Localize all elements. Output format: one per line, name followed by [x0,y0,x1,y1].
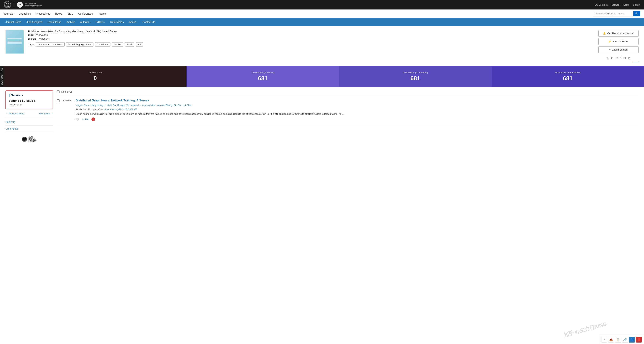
subjects-link[interactable]: Subjects [6,120,53,124]
nav-about-top[interactable]: About [623,3,630,6]
author-8[interactable]: Bin Cui [174,104,181,106]
cover-lines [8,38,22,45]
divider [633,62,638,62]
author-5[interactable]: Yawen Li [130,104,140,106]
nav-people[interactable]: People [98,12,106,15]
nav-uc-berkeley[interactable]: UC Berkeley [594,3,608,6]
acm-assoc-icon: ACM [17,2,23,8]
tag-containers[interactable]: Containers [95,42,110,46]
bell-icon: 🔔 [603,32,606,35]
stats-bar: BIBLIOMETRICS Citation count 0 Downloads… [0,66,644,87]
author-7[interactable]: Wentao Zhang [157,104,172,106]
social-reddit[interactable]: rd [616,56,618,60]
issue-navigation: ← Previous Issue Next Issue → [6,112,53,115]
author-4[interactable]: Hongbo Yin [117,104,129,106]
alerts-button[interactable]: 🔔 Get Alerts for this Journal [598,30,638,37]
nav-sigs[interactable]: SIGs [67,12,73,15]
cite-action[interactable]: ❝ 0 [76,118,79,121]
downloads-cum-label: Downloads (cumulative) [555,71,580,74]
article-title-link[interactable]: Distributed Graph Neural Network Trainin… [76,99,638,102]
nav-journals[interactable]: Journals [4,12,13,15]
authors-dropdown-arrow: ▾ [90,21,90,23]
export-citation-label: Export Citation [612,48,628,51]
tag-scheduling[interactable]: Scheduling algorithms [66,42,94,46]
author-2[interactable]: Hongzheng Li [91,104,105,106]
nav-browse[interactable]: Browse [612,3,619,6]
journal-nav-reviewers[interactable]: Reviewers ▾ [110,21,124,23]
journal-header-section: Publisher: Association for Computing Mac… [0,26,644,66]
social-facebook[interactable]: f [620,56,621,60]
social-rss[interactable]: ⊕ [628,56,630,60]
journal-nav-contact[interactable]: Contact Us [142,21,155,23]
sections-box: Sections Volume 56 , Issue 8 August 2024 [6,90,53,109]
author-6[interactable]: Xupeng Miao [142,104,156,106]
author-3[interactable]: Xizhi Gu [107,104,116,106]
acm-assoc-text: Association for Computing Machinery [24,2,42,7]
downloads-action[interactable]: ↗ 438 [82,118,88,121]
journal-nav-authors[interactable]: Authors ▾ [80,21,90,23]
downloads-6w-stat: Downloads (6 weeks) 681 [186,66,339,87]
tag-emg[interactable]: EMG [125,42,134,46]
author-9[interactable]: Lei Chen [183,104,192,106]
article-meta: Article No.: 191, pp 1–39 • https://doi.… [76,108,638,111]
article-doi-link[interactable]: https://doi.org/10.1145/3648358 [104,108,138,111]
tag-more[interactable]: + 2 [136,42,143,46]
journal-nav-archive[interactable]: Archive [66,21,75,23]
journal-nav-just-accepted[interactable]: Just Accepted [26,21,42,23]
acm-dl-logo[interactable]: ACM DIGITAL LIBRARY [4,1,11,8]
issn-row: ISSN: 0360-0300 [28,34,594,37]
tag-surveys[interactable]: Surveys and overviews [36,42,64,46]
nav-magazines[interactable]: Magazines [18,12,31,15]
article-checkbox[interactable] [56,99,60,102]
binder-button[interactable]: 📁 Save to Binder [598,38,638,45]
tags-container: Tags: Surveys and overviews Scheduling a… [28,42,594,46]
svg-text:ACM: ACM [24,138,25,139]
journal-nav-latest-issue[interactable]: Latest Issue [48,21,61,23]
citation-value: 0 [94,75,97,82]
select-all-label: Select All [61,90,72,93]
search-input[interactable] [593,11,634,16]
social-twitter[interactable]: 𝕏 [606,56,609,60]
search-box: 🔍 [593,11,640,16]
downloads-12m-value: 681 [410,75,420,82]
citation-count: 0 [78,118,79,121]
nav-proceedings[interactable]: Proceedings [36,12,50,15]
nav-sign-in[interactable]: Sign In [633,3,640,6]
citation-stat: Citation count 0 [4,66,186,87]
bibliometrics-label: BIBLIOMETRICS [0,66,4,87]
sections-title-bar [9,94,10,97]
comments-link[interactable]: Comments [6,127,53,131]
search-button[interactable]: 🔍 [634,11,640,16]
downloads-cum-value: 681 [563,75,573,82]
content-area: Sections Volume 56 , Issue 8 August 2024… [0,90,644,150]
social-email[interactable]: ✉ [623,56,626,60]
journal-nav-editors[interactable]: Editors ▾ [96,21,105,23]
downloads-cum-stat: Downloads (cumulative) 681 [492,66,644,87]
nav-conferences[interactable]: Conferences [78,12,93,15]
next-issue-link[interactable]: Next Issue → [39,112,53,115]
cite-icon: ❝ [76,118,77,121]
eissn-row: EISSN: 1557-7341 [28,38,594,41]
export-citation-button[interactable]: ❝ Export Citation [598,46,638,53]
issue-title: Volume 56 , Issue 8 [9,99,50,102]
author-1[interactable]: Yingxia Shao [76,104,90,106]
side-links: Subjects Comments [6,120,53,132]
binder-icon: 📁 [608,40,611,43]
social-linkedin[interactable]: in [611,56,613,60]
tag-docker[interactable]: Docker [112,42,124,46]
action-buttons-panel: 🔔 Get Alerts for this Journal 📁 Save to … [598,30,638,62]
tags-label: Tags: [28,43,35,46]
select-all-checkbox[interactable] [56,90,60,93]
svg-text:DIGITAL: DIGITAL [6,4,9,6]
acm-assoc-logo[interactable]: ACM Association for Computing Machinery [14,2,42,8]
attachment-action[interactable]: 1 [92,117,95,121]
journal-nav-about[interactable]: About ▾ [129,21,138,23]
prev-issue-link[interactable]: ← Previous Issue [6,112,24,115]
nav-books[interactable]: Books [55,12,62,15]
eissn-value: 1557-7341 [38,38,50,41]
editors-dropdown-arrow: ▾ [104,21,105,23]
journal-nav-home[interactable]: Journal Home [6,21,21,23]
article-actions: ❝ 0 ↗ 438 1 [76,117,638,121]
issn-label: ISSN: [28,34,35,37]
articles-list: Select All SURVEY Distributed Graph Neur… [56,90,638,142]
